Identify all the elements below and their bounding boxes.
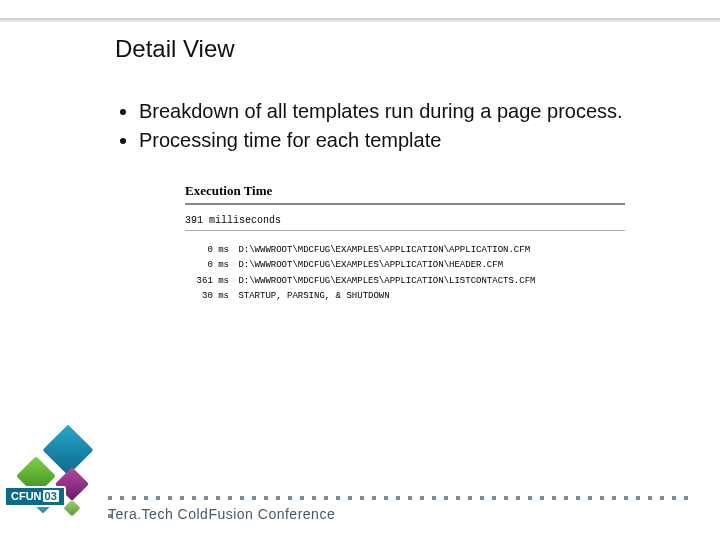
dot-icon (576, 496, 580, 500)
dot-icon (396, 496, 400, 500)
dot-icon (252, 496, 256, 500)
dot-icon (444, 496, 448, 500)
cube-icon (64, 500, 81, 517)
execution-row: 0 ms D:\WWWROOT\MDCFUG\EXAMPLES\APPLICAT… (185, 243, 625, 258)
execution-row: 361 ms D:\WWWROOT\MDCFUG\EXAMPLES\APPLIC… (185, 274, 625, 289)
logo-text: CFUN (11, 490, 42, 502)
dot-icon (216, 496, 220, 500)
logo-badge: CFUN03 (4, 486, 66, 507)
bullet-item: Breakdown of all templates run during a … (139, 99, 675, 124)
cfun-logo: CFUN03 (0, 414, 105, 534)
dot-icon (336, 496, 340, 500)
dot-icon (276, 496, 280, 500)
execution-heading: Execution Time (185, 183, 625, 199)
bullet-item: Processing time for each template (139, 128, 675, 153)
dot-icon (288, 496, 292, 500)
dot-icon (324, 496, 328, 500)
dot-icon (144, 496, 148, 500)
execution-row-path: D:\WWWROOT\MDCFUG\EXAMPLES\APPLICATION\H… (238, 258, 503, 273)
dot-icon (588, 496, 592, 500)
slide-content: Detail View Breakdown of all templates r… (115, 35, 675, 304)
divider (185, 230, 625, 231)
dot-icon (312, 496, 316, 500)
execution-row-path: D:\WWWROOT\MDCFUG\EXAMPLES\APPLICATION\L… (238, 274, 535, 289)
dot-icon (384, 496, 388, 500)
bullet-list: Breakdown of all templates run during a … (115, 99, 675, 153)
dot-icon (408, 496, 412, 500)
dot-icon (624, 496, 628, 500)
dotted-rule (108, 488, 700, 496)
execution-row-time: 361 ms (185, 274, 233, 289)
footer: CFUN03 Tera.Tech ColdFusion Conference (0, 460, 720, 540)
dot-icon (600, 496, 604, 500)
dot-icon (504, 496, 508, 500)
dot-icon (420, 496, 424, 500)
execution-time-block: Execution Time 391 milliseconds 0 ms D:\… (185, 183, 625, 304)
dot-icon (192, 496, 196, 500)
slide-title: Detail View (115, 35, 675, 63)
dot-icon (432, 496, 436, 500)
dot-icon (360, 496, 364, 500)
dot-icon (180, 496, 184, 500)
dot-icon (120, 496, 124, 500)
dot-icon (204, 496, 208, 500)
dot-icon (132, 496, 136, 500)
logo-year: 03 (43, 490, 59, 502)
dot-icon (612, 496, 616, 500)
dot-icon (564, 496, 568, 500)
dot-icon (528, 496, 532, 500)
dot-icon (168, 496, 172, 500)
execution-row-path: STARTUP, PARSING, & SHUTDOWN (238, 289, 389, 304)
dot-icon (636, 496, 640, 500)
dot-icon (372, 496, 376, 500)
dot-icon (516, 496, 520, 500)
dot-icon (660, 496, 664, 500)
execution-row: 30 ms STARTUP, PARSING, & SHUTDOWN (185, 289, 625, 304)
dot-icon (156, 496, 160, 500)
conference-name: Tera.Tech ColdFusion Conference (108, 506, 335, 522)
dot-icon (300, 496, 304, 500)
dot-icon (480, 496, 484, 500)
dot-icon (228, 496, 232, 500)
cube-icon (43, 425, 94, 476)
execution-row-time: 0 ms (185, 243, 233, 258)
dot-icon (492, 496, 496, 500)
execution-row: 0 ms D:\WWWROOT\MDCFUG\EXAMPLES\APPLICAT… (185, 258, 625, 273)
dot-icon (684, 496, 688, 500)
dot-icon (264, 496, 268, 500)
dot-icon (552, 496, 556, 500)
divider (185, 203, 625, 205)
execution-total: 391 milliseconds (185, 215, 625, 226)
execution-row-path: D:\WWWROOT\MDCFUG\EXAMPLES\APPLICATION\A… (238, 243, 530, 258)
dot-icon (672, 496, 676, 500)
dot-icon (456, 496, 460, 500)
execution-row-time: 0 ms (185, 258, 233, 273)
dot-icon (468, 496, 472, 500)
dot-icon (540, 496, 544, 500)
dot-icon (348, 496, 352, 500)
dot-icon (108, 496, 112, 500)
top-divider (0, 18, 720, 22)
execution-row-time: 30 ms (185, 289, 233, 304)
dot-icon (240, 496, 244, 500)
dot-icon (648, 496, 652, 500)
